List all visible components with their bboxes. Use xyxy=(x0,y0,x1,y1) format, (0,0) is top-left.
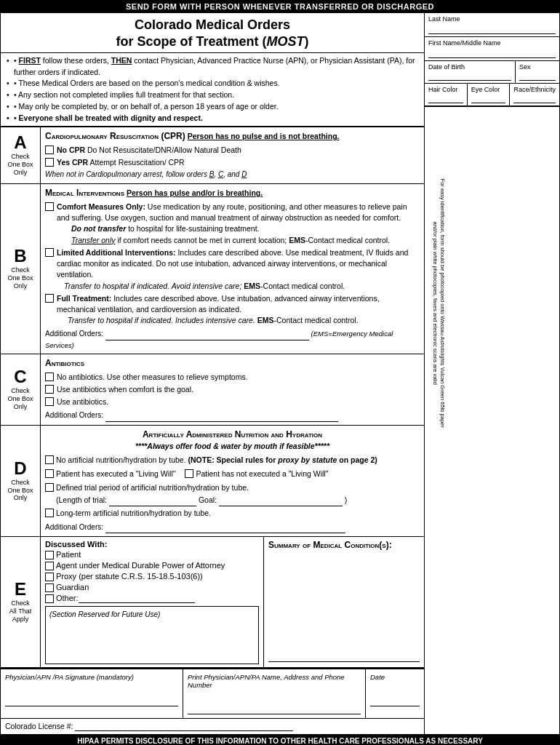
e-agent[interactable]: Agent under Medical Durable Power of Att… xyxy=(45,561,259,570)
last-name-label: Last Name xyxy=(428,15,556,23)
hipaa-text: HIPAA PERMITS DISCLOSURE OF THIS INFORMA… xyxy=(77,737,483,745)
section-a-note: When not in Cardiopulmonary arrest, foll… xyxy=(45,170,420,180)
banner-text: SEND FORM WITH PERSON WHENEVER TRANSFERR… xyxy=(126,2,434,11)
b-limited-checkbox[interactable] xyxy=(45,248,54,257)
eye-label: Eye Color xyxy=(471,86,506,93)
section-e-left: Discussed With: Patient Agent under Medi… xyxy=(41,537,264,667)
section-b-label: B CheckOne BoxOnly xyxy=(1,184,41,354)
b-full-checkbox[interactable] xyxy=(45,294,54,303)
b-full-option[interactable]: Full Treatment: Includes care described … xyxy=(45,293,420,327)
side-rotated-text: For easy identification, form should be … xyxy=(431,179,446,428)
license-field[interactable] xyxy=(75,722,293,731)
dob-label: Date of Birth xyxy=(428,63,511,71)
d-living-will-yes-checkbox[interactable] xyxy=(45,469,54,478)
d-living-will-yes[interactable]: Patient has executed a "Living Will" xyxy=(45,469,175,479)
print-sig-cell: Print Physician/APN/PA Name, Address and… xyxy=(183,669,366,718)
date-label: Date xyxy=(370,673,420,681)
d-long-term-checkbox[interactable] xyxy=(45,509,54,517)
d-long-term[interactable]: Long-term artificial nutrition/hydration… xyxy=(45,508,420,519)
d-trial-period-checkbox[interactable] xyxy=(45,483,54,492)
future-use-box: (Section Reserved for Future Use) xyxy=(45,606,259,664)
c-antibiotics-comfort[interactable]: Use antibiotics when comfort is the goal… xyxy=(45,384,420,395)
signature-area: Physician/APN /PA Signature (mandatory) … xyxy=(1,668,424,718)
d-living-will-no[interactable]: Patient has not executed a "Living Will" xyxy=(185,469,328,479)
bullet-3: • Any section not completed implies full… xyxy=(7,89,418,101)
hair-cell: Hair Color xyxy=(425,84,468,105)
c-no-antibiotics-checkbox[interactable] xyxy=(45,372,54,381)
cpr-no-option[interactable]: No CPR Do Not Resuscitate/DNR/Allow Natu… xyxy=(45,145,420,156)
form-title: Colorado Medical Orders for Scope of Tre… xyxy=(8,17,417,51)
sex-input[interactable] xyxy=(519,71,556,81)
physician-sig-line[interactable] xyxy=(5,681,178,706)
e-proxy-checkbox[interactable] xyxy=(45,573,54,581)
cpr-no-checkbox[interactable] xyxy=(45,146,54,154)
first-name-label: First Name/Middle Name xyxy=(428,39,556,47)
eye-cell: Eye Color xyxy=(468,84,511,105)
e-patient[interactable]: Patient xyxy=(45,550,259,559)
b-comfort-option[interactable]: Comfort Measures Only: Use medication by… xyxy=(45,202,420,246)
b-comfort-checkbox[interactable] xyxy=(45,202,54,211)
sex-label: Sex xyxy=(519,63,556,71)
section-e-label: E CheckAll ThatApply xyxy=(1,537,41,667)
section-c-additional: Additional Orders: xyxy=(45,410,420,422)
summary-content[interactable] xyxy=(268,553,420,662)
section-d-additional: Additional Orders: xyxy=(45,522,420,534)
e-guardian-checkbox[interactable] xyxy=(45,583,54,592)
section-d-content: Artificially Administered Nutrition and … xyxy=(41,426,424,536)
section-d: D CheckOne BoxOnly Artificially Administ… xyxy=(1,425,424,536)
cpr-yes-option[interactable]: Yes CPR Attempt Resuscitation/ CPR xyxy=(45,157,420,168)
e-guardian[interactable]: Guardian xyxy=(45,583,259,592)
hair-eye-race-row: Hair Color Eye Color Race/Ethnicity xyxy=(425,84,559,106)
discussed-with-title: Discussed With: xyxy=(45,540,259,549)
bullet-4: • May only be completed by, or on behalf… xyxy=(7,101,418,113)
print-sig-line[interactable] xyxy=(188,689,361,714)
e-agent-checkbox[interactable] xyxy=(45,562,54,570)
print-sig-label: Print Physician/APN/PA Name, Address and… xyxy=(188,673,361,689)
section-a-label: A CheckOne BoxOnly xyxy=(1,127,41,183)
side-text-area: For easy identification, form should be … xyxy=(425,106,559,734)
top-banner: SEND FORM WITH PERSON WHENEVER TRANSFERR… xyxy=(0,0,560,13)
section-c-content: Antibiotics No antibiotics. Use other me… xyxy=(41,354,424,425)
dob-sex-row: Date of Birth Sex xyxy=(425,61,559,84)
cpr-yes-checkbox[interactable] xyxy=(45,158,54,167)
c-no-antibiotics[interactable]: No antibiotics. Use other measures to re… xyxy=(45,372,420,383)
title-block: Colorado Medical Orders for Scope of Tre… xyxy=(1,13,424,53)
physician-sig-label: Physician/APN /PA Signature (mandatory) xyxy=(5,673,178,681)
bullets-block: • FIRST follow these orders, THEN contac… xyxy=(1,53,424,127)
d-living-will-no-checkbox[interactable] xyxy=(185,469,193,478)
d-no-tube-checkbox[interactable] xyxy=(45,455,54,464)
c-use-antibiotics-checkbox[interactable] xyxy=(45,397,54,406)
first-name-input[interactable] xyxy=(428,48,556,58)
date-line[interactable] xyxy=(370,681,420,706)
section-a-content: Cardiopulmonary Resuscitation (CPR) Pers… xyxy=(41,127,424,183)
e-patient-checkbox[interactable] xyxy=(45,551,54,559)
bullet-2: • These Medical Orders are based on the … xyxy=(7,78,418,89)
e-proxy[interactable]: Proxy (per statute C.R.S. 15-18.5-103(6)… xyxy=(45,572,259,581)
section-a: A CheckOne BoxOnly Cardiopulmonary Resus… xyxy=(1,127,424,183)
last-name-input[interactable] xyxy=(428,24,556,34)
e-other-checkbox[interactable] xyxy=(45,594,54,603)
hair-input[interactable] xyxy=(428,93,463,103)
c-antibiotics-comfort-checkbox[interactable] xyxy=(45,385,54,394)
d-trial-period[interactable]: Defined trial period of artificial nutri… xyxy=(45,482,420,493)
section-c-label: C CheckOne BoxOnly xyxy=(1,354,41,425)
section-b-content: Medical Interventions Person has pulse a… xyxy=(41,184,424,354)
race-label: Race/Ethnicity xyxy=(513,86,556,93)
section-b-title: Medical Interventions Person has pulse a… xyxy=(45,187,420,199)
section-d-title: Artificially Administered Nutrition and … xyxy=(45,429,420,453)
bullet-5: • Everyone shall be treated with dignity… xyxy=(7,113,418,124)
section-a-title: Cardiopulmonary Resuscitation (CPR) Pers… xyxy=(45,130,420,143)
bullet-1: • FIRST follow these orders, THEN contac… xyxy=(7,55,418,79)
e-other[interactable]: Other: xyxy=(45,594,259,603)
race-cell: Race/Ethnicity xyxy=(510,84,559,105)
d-living-will-row: Patient has executed a "Living Will" Pat… xyxy=(45,467,420,481)
race-input[interactable] xyxy=(513,93,556,103)
b-limited-option[interactable]: Limited Additional Interventions: Includ… xyxy=(45,247,420,292)
dob-input[interactable] xyxy=(428,71,511,81)
section-b: B CheckOne BoxOnly Medical Interventions… xyxy=(1,183,424,354)
c-use-antibiotics[interactable]: Use antibiotics. xyxy=(45,397,420,407)
d-no-tube[interactable]: No artificial nutrition/hydration by tub… xyxy=(45,455,420,466)
sex-cell: Sex xyxy=(516,61,559,83)
hair-label: Hair Color xyxy=(428,86,463,93)
eye-input[interactable] xyxy=(471,93,506,103)
